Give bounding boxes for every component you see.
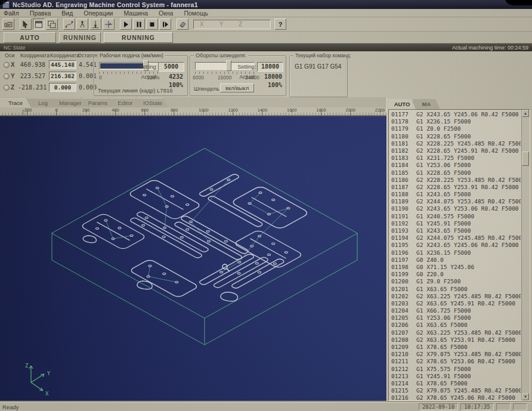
title-bar: NcStudio AD. Engraving Machine Control S…	[0, 0, 532, 9]
gcode-line-number: 01198	[391, 264, 412, 271]
ruler-label: 1000	[189, 107, 218, 113]
select-cursor-button[interactable]	[20, 18, 32, 30]
goto-origin-button[interactable]	[103, 18, 115, 30]
gcode-command: G1 X231.725 F5000	[412, 154, 474, 162]
mode-tab[interactable]: RUNNING	[104, 32, 173, 43]
axis-status-icon[interactable]	[4, 62, 10, 68]
clear-trace-button[interactable]	[177, 18, 188, 30]
gcode-line-number: 01193	[391, 227, 412, 234]
axis-triad: Z Y X	[25, 363, 51, 397]
spindle-toggle-button[interactable]: вкл/выкл	[220, 84, 254, 92]
menu-item[interactable]: Файл	[4, 10, 19, 17]
scroll-up-icon[interactable]: ▲	[522, 110, 529, 117]
menu-bar: ФайлПравкаВидОперацииМашинаОкнаПомощь	[0, 9, 532, 17]
app-window: NcStudio AD. Engraving Machine Control S…	[0, 0, 532, 411]
coord-header-work: Координата	[50, 52, 79, 58]
gcode-line-number: 01185	[391, 169, 412, 177]
ruler-label: -200	[13, 107, 42, 113]
menu-item[interactable]: Правка	[30, 10, 51, 17]
axis-status-icon[interactable]	[4, 85, 10, 91]
open-file-button[interactable]	[2, 18, 14, 30]
gcode-command: G2 X243.65 Y245.06 R0.42 F5000	[412, 111, 519, 118]
view-tab[interactable]: Editor	[110, 98, 141, 107]
gcode-line-number: 01182	[391, 147, 412, 154]
gcode-line-number: 01205	[391, 314, 412, 322]
gcode-command: G2 X63.65 Y245.91 R0.42 F5000	[412, 300, 515, 307]
menu-item[interactable]: Машина	[123, 10, 148, 17]
gcode-line: 01194 G2 X244.075 Y245.485 R0.42 F5000	[391, 234, 521, 242]
simulate-button[interactable]	[76, 18, 88, 30]
commands-group-title: Текущий набор команд:	[293, 52, 353, 58]
pause-icon	[135, 20, 143, 29]
toolbar: XYZ ?	[0, 17, 532, 32]
gcode-command: G2 X78.65 Y253.06 R0.42 F5000	[412, 358, 515, 365]
step-button[interactable]	[159, 18, 171, 30]
stock-wireframe	[52, 233, 357, 345]
mode-tab[interactable]: AUTO	[4, 32, 56, 43]
gcode-line: 01201 G1 X63.65 F5000	[391, 286, 521, 293]
menu-item[interactable]: Помощь	[184, 10, 208, 17]
spindle-percent: 100%	[258, 82, 282, 88]
stop-icon	[148, 20, 156, 29]
toolpath-canvas[interactable]: Z Y X	[0, 116, 386, 401]
gcode-line: 01212 G1 X75.575 F5000	[391, 366, 521, 373]
gcode-command: G1 X243.65 F5000	[412, 191, 471, 198]
view-tab[interactable]: Log	[27, 98, 58, 107]
view-window-button[interactable]	[33, 18, 45, 30]
gcode-command: G2 X228.225 Y245.485 R0.42 F5000	[412, 140, 521, 147]
gcode-tab[interactable]: AUTO	[388, 99, 416, 109]
menu-item[interactable]: Операции	[83, 10, 113, 17]
gcode-line-number: 01208	[391, 336, 412, 344]
axis-z-label: Z	[25, 363, 29, 369]
gcode-command: G2 X63.65 Y253.91 R0.42 F5000	[412, 336, 515, 344]
gcode-line: 01215 G2 X79.075 Y245.485 R0.42 F5000	[391, 387, 521, 394]
gcode-command: G2 X243.65 Y253.06 R0.42 F5000	[412, 205, 519, 212]
status-bar: Ready 2022-09-10 10:17:35	[0, 402, 532, 411]
help-button[interactable]: ?	[274, 18, 286, 30]
pause-button[interactable]	[133, 18, 145, 30]
gcode-line: 01192 G1 Y245.91 F5000	[391, 220, 521, 227]
gcode-command: G1 X63.65 F5000	[412, 286, 468, 293]
spindle-slider-thumb[interactable]	[226, 60, 231, 71]
view-tab[interactable]: IOState	[137, 98, 168, 107]
machine-coordinate: 223.527	[18, 73, 45, 79]
scrollbar-thumb[interactable]	[522, 152, 529, 166]
view-tab[interactable]: Manager	[55, 98, 86, 107]
trace-path-button[interactable]	[63, 18, 75, 30]
gcode-line: 01206 G1 X63.65 F5000	[391, 322, 521, 329]
gcode-command: G0 Z40.0	[412, 257, 444, 264]
start-button[interactable]	[120, 18, 132, 30]
open-file-icon	[4, 20, 13, 29]
spindle-group: Обороты шпинделя: 60001500024000 Setting…	[190, 55, 286, 96]
menu-item[interactable]: Окна	[159, 10, 173, 17]
gcode-line-number: 01210	[391, 351, 412, 358]
view-tab[interactable]: Params	[82, 98, 113, 107]
gcode-tab[interactable]: MA	[413, 99, 440, 109]
mode-tab[interactable]: RUNNING	[59, 32, 101, 43]
help-icon: ?	[279, 21, 283, 28]
coordinate-panel: Оси Координата Координата Остаток X 460.…	[1, 52, 92, 96]
gcode-command: G1 Y253.06 F5000	[412, 314, 471, 322]
gcode-command: G2 X228.65 Y253.91 R0.42 F5000	[412, 184, 519, 191]
axis-status-icon[interactable]	[4, 73, 10, 79]
gcode-line-number: 01179	[391, 125, 412, 132]
tool-measure-button[interactable]	[89, 18, 101, 30]
axis-label: Z	[11, 84, 14, 91]
view-tab[interactable]: Trace	[0, 98, 31, 107]
gcode-line-number: 01200	[391, 278, 412, 285]
gcode-line-number: 01190	[391, 205, 412, 212]
stop-button[interactable]	[146, 18, 158, 30]
feed-rate-group: Рабочая подача (мм/мин) 0 120% Setting: …	[94, 55, 188, 96]
gcode-line-number: 01212	[391, 366, 412, 373]
gcode-list[interactable]: 01177 G2 X243.65 Y245.06 R0.42 F5000 011…	[388, 109, 530, 401]
menu-item[interactable]: Вид	[61, 10, 73, 17]
gcode-line-number: 01194	[391, 234, 412, 242]
feed-group-title: Рабочая подача (мм/мин)	[98, 52, 165, 58]
ruler-label: 2000	[336, 107, 365, 113]
cascade-window-button[interactable]	[46, 18, 58, 30]
window-icon	[35, 20, 43, 29]
scroll-down-icon[interactable]: ▼	[522, 393, 529, 400]
gcode-line-number: 01201	[391, 286, 412, 293]
gcode-scrollbar[interactable]: ▲ ▼	[521, 110, 530, 400]
gcode-line: 01195 G2 X243.65 Y245.06 R0.42 F5000	[391, 242, 521, 249]
